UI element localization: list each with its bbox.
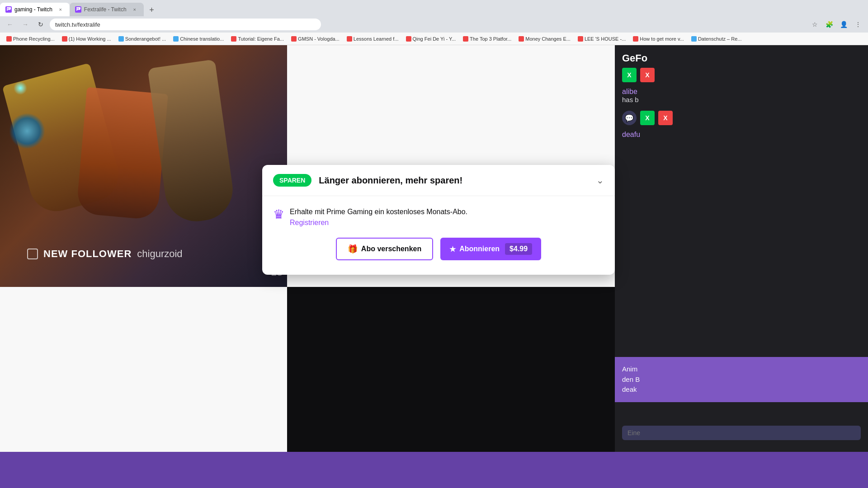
star-icon: ★ [449,245,456,253]
prime-gaming-row: ♛ Erhalte mit Prime Gaming ein kostenlos… [273,207,604,227]
follower-name: chigurzoid [137,248,182,260]
tab-bar: gaming - Twitch × Fextralife - Twitch × … [0,0,868,16]
prime-crown-icon: ♛ [273,207,284,222]
bookmark-label-1: Phone Recycling... [13,36,55,42]
prime-description: Erhalte mit Prime Gaming ein kostenloses… [290,208,467,216]
bookmark-tutorial[interactable]: Tutorial: Eigene Fa... [228,35,287,42]
bookmark-money[interactable]: Money Changes E... [516,35,573,42]
bookmark-icon-9 [463,36,468,42]
bookmark-phone-recycling[interactable]: Phone Recycling... [4,35,57,42]
tab-title-1: gaming - Twitch [14,6,52,13]
toolbar-right: ☆ 🧩 👤 ⋮ [808,18,864,31]
chat-row: 💬 X X [622,111,861,125]
bookmark-icon-6 [291,36,297,42]
bookmark-icon-11 [578,36,583,42]
art-element-3 [147,59,236,225]
banner-anim-line1: Anim [622,365,637,373]
subscription-popup: SPAREN Länger abonnieren, mehr sparen! ⌄… [262,165,615,275]
ad-icon: X [622,68,637,82]
tab-favicon-1 [5,6,12,13]
gift-button-label: Abo verschenken [361,245,421,253]
bookmark-icon-1 [6,36,12,42]
sparen-badge: SPAREN [273,174,311,187]
bookmark-how-more[interactable]: How to get more v... [630,35,687,42]
bookmark-label-3: Sonderangebot! ... [125,36,166,42]
bookmark-icon-3 [118,36,124,42]
tab-close-2[interactable]: × [131,6,138,13]
register-link[interactable]: Registrieren [290,219,604,227]
subscribe-button-label: Abonnieren [459,245,500,253]
chat-bubble-icon: 💬 [622,111,637,125]
new-follower-overlay: NEW FOLLOWER chigurzoid [27,248,183,260]
forward-button[interactable]: → [19,18,32,31]
back-button[interactable]: ← [4,18,16,31]
bookmarks-bar: Phone Recycling... (1) How Working ... S… [0,33,868,45]
popup-title: Länger abonnieren, mehr sparen! [319,175,596,186]
bookmark-label-6: GMSN - Vologda... [298,36,340,42]
banner-anim-text: Anim den B deak [622,364,861,395]
profile-icon[interactable]: 👤 [837,18,850,31]
gift-subscription-button[interactable]: 🎁 Abo verschenken [336,238,433,260]
bookmark-label-13: Datenschutz – Re... [698,36,742,42]
subscribe-button[interactable]: ★ Abonnieren $4.99 [440,238,541,260]
chat-input-row [615,420,868,446]
bookmark-label-5: Tutorial: Eigene Fa... [238,36,284,42]
chevron-down-icon[interactable]: ⌄ [596,175,604,186]
bookmark-chinese[interactable]: Chinese translatio... [170,35,226,42]
bookmark-top3[interactable]: The Top 3 Platfor... [460,35,514,42]
sidebar-green-icon: X [640,111,655,125]
tab-close-1[interactable]: × [57,6,64,13]
bookmark-icon-10 [519,36,524,42]
banner-den-b: den B [622,375,640,383]
bookmark-qing[interactable]: Qing Fei De Yi - Y... [403,35,459,42]
bookmark-star-icon[interactable]: ☆ [808,18,821,31]
bookmark-label-7: Lessons Learned f... [354,36,399,42]
bookmark-label-8: Qing Fei De Yi - Y... [413,36,456,42]
bookmark-icon-5 [231,36,236,42]
bookmark-how-working[interactable]: (1) How Working ... [59,35,114,42]
popup-body: ♛ Erhalte mit Prime Gaming ein kostenlos… [262,196,615,275]
bookmark-icon-13 [691,36,697,42]
chat-input[interactable] [622,426,861,440]
address-bar: ← → ↻ twitch.tv/fextralife ☆ 🧩 👤 ⋮ [0,16,868,33]
bookmark-lee[interactable]: LEE 'S HOUSE -... [575,35,628,42]
bookmark-label-11: LEE 'S HOUSE -... [585,36,626,42]
new-tab-button[interactable]: + [146,4,158,16]
tab-gaming-twitch[interactable]: gaming - Twitch × [0,3,70,16]
tab-favicon-2 [75,6,81,13]
bookmark-lessons[interactable]: Lessons Learned f... [344,35,401,42]
url-bar[interactable]: twitch.tv/fextralife [50,19,321,30]
ad-icon-2: X [640,68,655,82]
page-content: NEW FOLLOWER chigurzoid LS SPAREN Länger… [0,45,868,488]
bookmark-datenschutz[interactable]: Datenschutz – Re... [689,35,745,42]
sidebar-ad-row: X X [622,68,861,82]
browser-chrome: gaming - Twitch × Fextralife - Twitch × … [0,0,868,45]
subscription-buttons: 🎁 Abo verschenken ★ Abonnieren $4.99 [273,238,604,260]
art-glow [9,113,45,149]
bookmark-icon-7 [347,36,352,42]
url-text: twitch.tv/fextralife [55,21,100,28]
bookmark-icon-12 [633,36,638,42]
sidebar-gefo-title: GeFo [622,52,861,64]
bookmark-label-2: (1) How Working ... [69,36,111,42]
purple-banner-ad: Anim den B deak [615,357,868,402]
extensions-icon[interactable]: 🧩 [823,18,835,31]
bookmark-icon-8 [406,36,411,42]
sidebar-red-icon: X [658,111,673,125]
bookmark-label-12: How to get more v... [640,36,684,42]
tab-title-2: Fextralife - Twitch [84,6,127,13]
bookmark-gmsn[interactable]: GMSN - Vologda... [288,35,342,42]
alibet-text: alibe [622,88,861,96]
popup-header: SPAREN Länger abonnieren, mehr sparen! ⌄ [262,165,615,196]
new-follower-label: NEW FOLLOWER [43,248,132,260]
subscribe-price: $4.99 [505,243,532,255]
video-player[interactable]: NEW FOLLOWER chigurzoid LS [0,45,287,287]
bookmark-label-4: Chinese translatio... [180,36,224,42]
banner-deak: deak [622,385,637,393]
reload-button[interactable]: ↻ [34,18,47,31]
art-highlight [14,81,27,95]
tab-fextralife[interactable]: Fextralife - Twitch × [70,3,144,16]
menu-icon[interactable]: ⋮ [852,18,864,31]
sidebar-top: GeFo X X alibe has b 💬 X X deafu [615,45,868,146]
bookmark-sonderangebot[interactable]: Sonderangebot! ... [116,35,169,42]
